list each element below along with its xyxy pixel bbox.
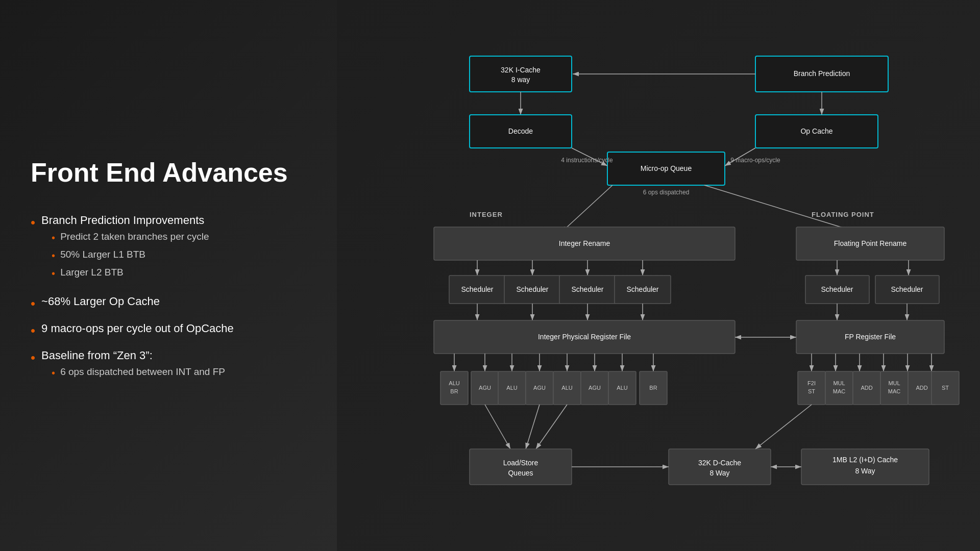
secondary-dot: • (52, 232, 55, 244)
fp-rename-label: Floating Point Rename (834, 239, 907, 247)
integer-section-label: INTEGER (470, 211, 503, 218)
load-store-queues-box (470, 449, 572, 485)
add1-label: ADD (861, 385, 872, 391)
secondary-bullet-text: 50% Larger L1 BTB (60, 249, 145, 260)
mul-mac1-label2: MAC (833, 388, 846, 394)
macro-ops-per-cycle-label: 9 macro-ops/cycle (730, 157, 780, 164)
primary-dot: • (31, 323, 35, 339)
agu2-label: AGU (533, 385, 546, 391)
secondary-dot: • (52, 267, 55, 280)
alu2-label: ALU (561, 385, 572, 391)
sub-list: •Predict 2 taken branches per cycle•50% … (52, 231, 209, 280)
primary-bullet: • ~68% Larger Op Cache (31, 295, 306, 312)
op-cache-label: Op Cache (800, 127, 832, 135)
add2-label: ADD (916, 385, 927, 391)
agu1-label: AGU (479, 385, 491, 391)
agu3-label: AGU (589, 385, 601, 391)
dcache-label1: 32K D-Cache (698, 459, 741, 467)
secondary-bullet: •50% Larger L1 BTB (52, 249, 209, 262)
secondary-bullet-text: 6 ops dispatched between INT and FP (60, 366, 225, 378)
right-panel: Branch Prediction 32K I-Cache 8 way Deco… (337, 0, 980, 551)
fp-section-label: FLOATING POINT (812, 211, 874, 218)
f2i-st-label2: ST (808, 388, 815, 394)
primary-bullet: • Baseline from “Zen 3”: •6 ops dispatch… (31, 349, 306, 384)
mul-mac2-label2: MAC (888, 388, 901, 394)
secondary-bullet-text: Larger L2 BTB (60, 267, 124, 278)
l2-cache-label1: 1MB L2 (I+D) Cache (832, 456, 898, 464)
primary-bullet-text: Baseline from “Zen 3”: (41, 349, 153, 362)
instructions-per-cycle-label: 4 instructions/cycle (561, 157, 613, 164)
left-panel: Front End Advances • Branch Prediction I… (0, 0, 337, 551)
primary-bullet: • 9 macro-ops per cycle out of OpCache (31, 322, 306, 339)
primary-bullet-text: Branch Prediction Improvements (41, 214, 204, 227)
architecture-diagram: Branch Prediction 32K I-Cache 8 way Deco… (368, 31, 949, 531)
primary-bullet: • Branch Prediction Improvements •Predic… (31, 214, 306, 285)
secondary-bullet: •Predict 2 taken branches per cycle (52, 231, 209, 244)
int-sched4-label: Scheduler (626, 285, 658, 293)
br-label: BR (649, 385, 657, 391)
uopq-to-int-rename-arrow (561, 185, 612, 232)
mul-mac1-label1: MUL (833, 380, 845, 386)
microop-queue-label: Micro-op Queue (641, 164, 692, 172)
primary-dot: • (31, 350, 35, 366)
branch-prediction-label: Branch Prediction (794, 69, 850, 78)
fp-to-dcache-arrow (755, 405, 812, 449)
dcache-label2: 8 Way (709, 469, 729, 477)
fp-reg-file-label: FP Register File (845, 333, 896, 341)
uopq-to-fp-rename-arrow (704, 185, 857, 232)
fp-sched1-label: Scheduler (821, 285, 853, 293)
load-store-label1: Load/Store (503, 459, 538, 467)
int-sched3-label: Scheduler (571, 285, 603, 293)
primary-dot: • (31, 296, 35, 312)
fp-sched2-label: Scheduler (891, 285, 923, 293)
ops-dispatched-label: 6 ops dispatched (643, 189, 690, 196)
main-title: Front End Advances (31, 157, 306, 188)
alu3-label: ALU (617, 385, 627, 391)
secondary-dot: • (52, 367, 55, 379)
secondary-dot: • (52, 249, 55, 262)
l2-cache-label2: 8 Way (855, 467, 875, 475)
bullet-list: • Branch Prediction Improvements •Predic… (31, 214, 306, 394)
st-label: ST (942, 385, 949, 391)
decode-label: Decode (508, 127, 533, 135)
primary-dot: • (31, 215, 35, 231)
int-phys-reg-label: Integer Physical Register File (538, 333, 631, 341)
agu2-to-lsq-arrow (526, 405, 540, 449)
secondary-bullet-text: Predict 2 taken branches per cycle (60, 231, 209, 242)
mul-mac2-label1: MUL (888, 380, 900, 386)
int-sched1-label: Scheduler (461, 285, 493, 293)
sub-list: •6 ops dispatched between INT and FP (52, 366, 225, 379)
int-sched2-label: Scheduler (516, 285, 548, 293)
primary-bullet-text: 9 macro-ops per cycle out of OpCache (41, 322, 234, 335)
alu-br-label1: ALU (449, 380, 459, 386)
icache-box (470, 56, 572, 92)
alu1-label: ALU (506, 385, 517, 391)
integer-rename-label: Integer Rename (559, 239, 610, 247)
alu2-to-lsq-arrow (536, 405, 567, 449)
icache-label-line2: 8 way (511, 76, 530, 84)
agu1-to-lsq-arrow (485, 405, 510, 449)
dcache-box (669, 449, 771, 485)
primary-bullet-text: ~68% Larger Op Cache (41, 295, 160, 308)
f2i-st-label1: F2I (807, 380, 816, 386)
load-store-label2: Queues (508, 469, 533, 477)
icache-label-line1: 32K I-Cache (501, 66, 541, 74)
secondary-bullet: •Larger L2 BTB (52, 267, 209, 280)
alu-br-label2: BR (450, 388, 458, 394)
secondary-bullet: •6 ops dispatched between INT and FP (52, 366, 225, 379)
